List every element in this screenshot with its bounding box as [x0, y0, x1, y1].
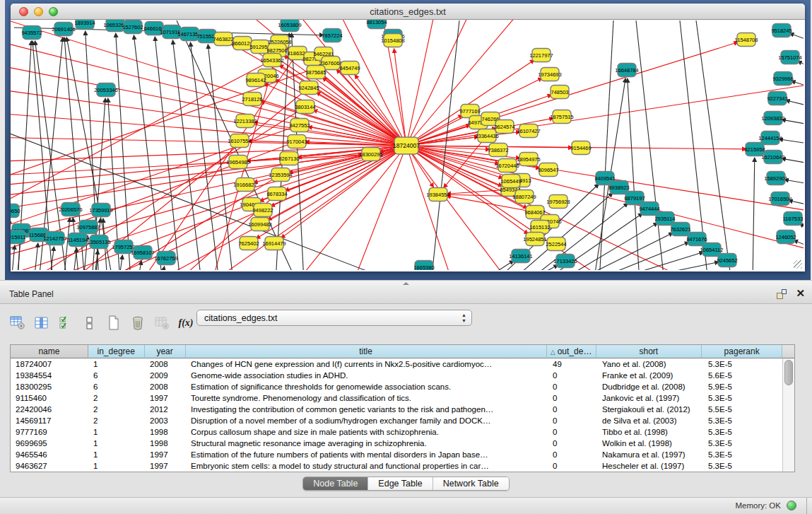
graph-node[interactable]: 19734693	[538, 68, 561, 81]
table-scrollbar-thumb[interactable]	[784, 360, 793, 385]
graph-node[interactable]: 8096547	[538, 163, 558, 177]
close-panel-icon[interactable]: ✕	[796, 287, 805, 300]
graph-node[interactable]: 16958107	[131, 246, 154, 259]
graph-node[interactable]: 16720446	[495, 159, 519, 173]
graph-node[interactable]: 17016504	[768, 192, 792, 206]
graph-node[interactable]: 12142757	[43, 232, 66, 245]
graph-node[interactable]: 9170043	[286, 135, 307, 148]
graph-node[interactable]: 7625402	[238, 237, 259, 250]
graph-node[interactable]: 2620650	[11, 204, 20, 218]
graph-node[interactable]: 23364436	[475, 129, 498, 143]
graph-node[interactable]: 2522544	[546, 238, 566, 251]
graph-node[interactable]: 20691406	[52, 23, 75, 36]
column-header-pagerank[interactable]: pagerank	[702, 345, 782, 358]
graph-node[interactable]: 18757515	[550, 110, 573, 124]
graph-node[interactable]: 3803144	[295, 100, 315, 114]
graph-node[interactable]: 30975887	[76, 221, 100, 234]
graph-node[interactable]: 7386372	[488, 144, 508, 157]
graph-node[interactable]: 19654985	[226, 156, 249, 169]
graph-node[interactable]: 14136141	[509, 250, 532, 263]
tab-edge-table[interactable]: Edge Table	[368, 477, 433, 490]
graph-node[interactable]: 1246052	[775, 230, 796, 244]
column-header-short[interactable]: short	[596, 345, 702, 358]
graph-node[interactable]: 8427552	[289, 119, 310, 132]
graph-node[interactable]: 16914479	[262, 237, 286, 250]
graph-node[interactable]: 19756928	[546, 195, 570, 209]
graph-node[interactable]: 748503	[551, 86, 569, 99]
graph-node[interactable]: 12093832	[761, 112, 784, 125]
table-row[interactable]: 1830029562008Estimation of significance …	[11, 381, 794, 392]
table-row[interactable]: 911546021997Tourette syndrome. Phenomeno…	[11, 392, 794, 404]
graph-node[interactable]: 1527602	[122, 21, 143, 34]
memory-status-indicator[interactable]	[787, 501, 796, 510]
graph-node[interactable]: 7463822	[213, 33, 233, 46]
show-columns-icon[interactable]	[31, 314, 52, 332]
graph-node[interactable]: 8454749	[339, 62, 360, 75]
graph-node[interactable]: 12213383	[233, 115, 257, 128]
graph-node[interactable]: 16543362	[260, 54, 283, 67]
graph-node[interactable]: 18300295	[359, 148, 382, 161]
graph-node[interactable]: 9245652	[717, 254, 737, 267]
graph-node[interactable]: 18807249	[512, 190, 536, 204]
graph-node[interactable]: 7857224	[322, 29, 342, 42]
table-row[interactable]: 946362711997Embryonic stem cells: a mode…	[11, 460, 794, 472]
graph-node[interactable]: 19166827	[233, 178, 257, 192]
graph-node[interactable]: 16099483	[248, 218, 271, 231]
graph-node[interactable]: 16210643	[761, 151, 784, 164]
graph-node[interactable]: 1615132	[529, 221, 550, 234]
graph-node[interactable]: 20053346	[94, 83, 117, 97]
column-header-title[interactable]: title	[186, 345, 547, 358]
graph-node[interactable]: 17133426	[553, 255, 577, 268]
graph-node[interactable]: 1145194	[68, 233, 88, 247]
graph-node[interactable]: 9896142	[245, 74, 266, 87]
graph-node[interactable]: 18954975	[517, 153, 540, 166]
float-panel-icon[interactable]	[777, 289, 787, 299]
column-header-year[interactable]: year	[145, 345, 186, 358]
graph-node[interactable]: 16107554	[228, 134, 251, 148]
graph-node[interactable]: 16053809	[278, 20, 301, 32]
graph-node[interactable]: 15751074	[778, 51, 801, 64]
graph-node[interactable]: 9435572	[21, 26, 42, 40]
column-header-out_de[interactable]: △out_de…	[547, 345, 596, 358]
window-titlebar[interactable]: citations_edges.txt	[11, 4, 805, 20]
graph-node[interactable]: 8267130	[278, 152, 299, 165]
graph-node[interactable]: 3875685	[305, 66, 326, 79]
graph-node[interactable]: 12217977	[529, 49, 553, 62]
table-row[interactable]: 969969511998Structural magnetic resonanc…	[11, 438, 794, 449]
column-header-name[interactable]: name	[11, 345, 88, 358]
table-row[interactable]: 946554611997Estimation of the future num…	[11, 449, 794, 460]
row-height-icon[interactable]	[79, 314, 100, 332]
graph-node[interactable]: 19524851	[523, 233, 546, 246]
graph-node[interactable]: 19384554	[426, 188, 449, 201]
table-scrollbar[interactable]	[782, 358, 794, 472]
graph-node[interactable]: 1065449	[500, 175, 521, 188]
graph-node[interactable]: 16648784	[615, 64, 638, 77]
graph-node[interactable]: 3915911	[11, 230, 25, 244]
graph-node[interactable]: 9518245	[771, 24, 792, 37]
graph-node[interactable]: 18724007	[393, 137, 420, 154]
graph-node[interactable]: 17359919	[89, 204, 112, 217]
table-mode-icon[interactable]	[7, 314, 28, 332]
graph-node[interactable]: 9227343	[767, 92, 787, 105]
graph-node[interactable]: 15892901	[764, 172, 787, 185]
graph-node[interactable]: 16107427	[517, 124, 540, 138]
window-resize-grip[interactable]	[794, 260, 802, 269]
graph-node[interactable]: 1893914	[74, 20, 95, 30]
function-builder-icon[interactable]: f(x)	[175, 314, 196, 332]
table-row[interactable]: 1456911722003Disruption of a novel membe…	[11, 415, 794, 426]
tab-node-table[interactable]: Node Table	[303, 477, 368, 490]
panel-splitter[interactable]	[0, 280, 812, 285]
tab-network-table[interactable]: Network Table	[433, 477, 509, 490]
graph-node[interactable]: 16782759	[154, 252, 177, 265]
graph-node[interactable]: 13505135	[87, 235, 110, 249]
graph-node[interactable]: 11548708	[735, 33, 758, 47]
graph-node[interactable]: 2718126	[242, 93, 262, 106]
table-row[interactable]: 1872400712008Changes of HCN gene express…	[11, 358, 794, 370]
graph-node[interactable]: 20206576	[59, 203, 82, 216]
table-row[interactable]: 977716911998Corpus callosum shape and si…	[11, 426, 794, 438]
create-column-icon[interactable]	[103, 314, 124, 332]
graph-node[interactable]: 1665380	[413, 261, 434, 271]
graph-node[interactable]: 12353594	[269, 168, 292, 182]
table-row[interactable]: 2242004622012Investigating the contribut…	[11, 404, 794, 415]
graph-node[interactable]: 9329966	[772, 72, 793, 86]
